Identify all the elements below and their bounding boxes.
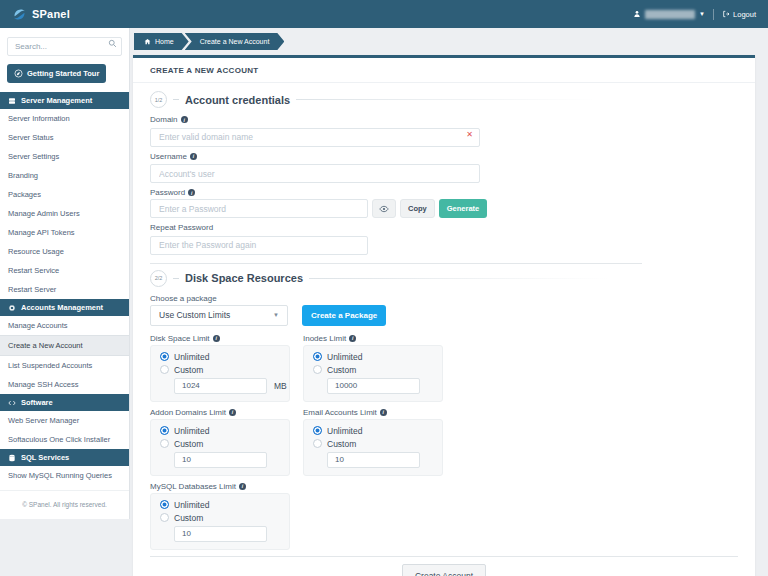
- create-account-button[interactable]: Create Account: [402, 564, 486, 576]
- sidebar-item-manage-api-tokens[interactable]: Manage API Tokens: [0, 223, 129, 242]
- limit-box-disk-space: Disk Space Limit i Unlimited Custom: [150, 334, 290, 402]
- eye-icon: [379, 204, 389, 214]
- radio-unlimited[interactable]: Unlimited: [313, 426, 433, 436]
- package-row: Use Custom Limits ▼ Create a Package: [150, 305, 738, 326]
- spanel-logo-icon: [12, 7, 27, 22]
- section-disk-space-head: 2/2 Disk Space Resources: [150, 270, 738, 287]
- info-icon[interactable]: i: [239, 483, 246, 490]
- show-password-button[interactable]: [372, 199, 396, 218]
- create-package-button[interactable]: Create a Package: [302, 305, 386, 326]
- sidebar-item-restart-server[interactable]: Restart Server: [0, 280, 129, 299]
- sidebar-header-label: SQL Services: [21, 453, 69, 462]
- password-input[interactable]: [150, 199, 368, 218]
- radio-icon: [160, 352, 169, 361]
- breadcrumb-current[interactable]: Create a New Account: [185, 33, 285, 50]
- search-input[interactable]: [7, 37, 122, 56]
- sidebar-item-list-suspended-accounts[interactable]: List Suspended Accounts: [0, 356, 129, 375]
- sidebar-search: [7, 35, 122, 56]
- radio-icon: [313, 365, 322, 374]
- username-field: Username i: [150, 152, 480, 184]
- username-input[interactable]: [150, 164, 480, 183]
- radio-custom[interactable]: Custom: [313, 365, 433, 375]
- radio-custom[interactable]: Custom: [160, 513, 280, 523]
- info-icon[interactable]: i: [349, 335, 356, 342]
- limits-row-1: Disk Space Limit i Unlimited Custom: [150, 334, 738, 402]
- sidebar-header-label: Software: [21, 398, 53, 407]
- sidebar-item-resource-usage[interactable]: Resource Usage: [0, 242, 129, 261]
- sidebar-item-server-information[interactable]: Server Information: [0, 109, 129, 128]
- domain-input[interactable]: [150, 128, 480, 147]
- radio-unlimited[interactable]: Unlimited: [160, 352, 280, 362]
- info-icon[interactable]: i: [190, 153, 197, 160]
- unit-label: MB: [274, 381, 287, 391]
- sidebar-item-server-status[interactable]: Server Status: [0, 128, 129, 147]
- limit-value-input[interactable]: [174, 526, 267, 542]
- domain-label: Domain: [150, 115, 178, 124]
- limit-value-input[interactable]: [174, 452, 267, 468]
- limit-value-input[interactable]: [327, 378, 420, 394]
- sidebar-header-sql-services[interactable]: SQL Services: [0, 449, 129, 466]
- getting-started-tour-button[interactable]: Getting Started Tour: [7, 64, 106, 83]
- limits-row-2: Addon Domains Limit i Unlimited Custom: [150, 408, 738, 476]
- password-label-row: Password i: [150, 188, 480, 197]
- sidebar-item-packages[interactable]: Packages: [0, 185, 129, 204]
- info-icon[interactable]: i: [181, 116, 188, 123]
- step-badge: 2/2: [150, 270, 167, 287]
- sidebar-item-manage-admin-users[interactable]: Manage Admin Users: [0, 204, 129, 223]
- limit-value-input[interactable]: [327, 452, 420, 468]
- sidebar-item-manage-accounts[interactable]: Manage Accounts: [0, 316, 129, 335]
- copy-password-button[interactable]: Copy: [400, 199, 435, 218]
- limits-row-3: MySQL Databases Limit i Unlimited Custom: [150, 482, 738, 550]
- user-menu[interactable]: ▼: [633, 10, 705, 19]
- breadcrumb-home-label: Home: [155, 38, 174, 45]
- repeat-password-input[interactable]: [150, 236, 368, 255]
- limit-box-addon-domains: Addon Domains Limit i Unlimited Custom: [150, 408, 290, 476]
- user-icon: [633, 10, 641, 18]
- repeat-password-field: Repeat Password: [150, 223, 480, 255]
- limit-label: Addon Domains Limit: [150, 408, 226, 417]
- search-icon: [108, 39, 117, 48]
- info-icon[interactable]: i: [213, 335, 220, 342]
- radio-custom[interactable]: Custom: [160, 439, 280, 449]
- radio-icon: [313, 426, 322, 435]
- breadcrumb-home[interactable]: Home: [134, 33, 189, 50]
- brand-logo[interactable]: SPanel: [12, 7, 70, 22]
- info-icon[interactable]: i: [380, 409, 387, 416]
- domain-label-row: Domain i: [150, 115, 480, 124]
- sidebar-item-manage-ssh-access[interactable]: Manage SSH Access: [0, 375, 129, 394]
- sidebar-item-branding[interactable]: Branding: [0, 166, 129, 185]
- sidebar-item-web-server-manager[interactable]: Web Server Manager: [0, 411, 129, 430]
- info-icon[interactable]: i: [188, 189, 195, 196]
- user-area: ▼ Logout: [633, 9, 756, 20]
- chevron-down-icon: ▼: [273, 312, 279, 318]
- sidebar-item-create-a-new-account[interactable]: Create a New Account: [0, 335, 129, 356]
- sidebar-item-show-mysql-running-queries[interactable]: Show MySQL Running Queries: [0, 466, 129, 485]
- sidebar-section-server-management: Server Management Server Information Ser…: [0, 92, 129, 299]
- radio-icon: [160, 426, 169, 435]
- section-divider: [150, 263, 642, 264]
- sidebar-item-server-settings[interactable]: Server Settings: [0, 147, 129, 166]
- sidebar: Getting Started Tour Server Management S…: [0, 28, 130, 519]
- domain-field: Domain i ✕: [150, 115, 480, 147]
- radio-unlimited[interactable]: Unlimited: [160, 426, 280, 436]
- radio-custom[interactable]: Custom: [160, 365, 280, 375]
- topbar: SPanel ▼ Logout: [0, 0, 768, 28]
- sidebar-item-softaculous-one-click-installer[interactable]: Softaculous One Click Installer: [0, 430, 129, 449]
- sidebar-section-software: Software Web Server Manager Softaculous …: [0, 394, 129, 449]
- step-badge: 1/2: [150, 91, 167, 108]
- package-select[interactable]: Use Custom Limits ▼: [150, 305, 288, 326]
- radio-unlimited[interactable]: Unlimited: [160, 500, 280, 510]
- username-redacted: [645, 10, 695, 19]
- logout-button[interactable]: Logout: [722, 10, 756, 19]
- sidebar-item-restart-service[interactable]: Restart Service: [0, 261, 129, 280]
- info-icon[interactable]: i: [229, 409, 236, 416]
- radio-unlimited[interactable]: Unlimited: [313, 352, 433, 362]
- limit-value-input[interactable]: [174, 378, 267, 394]
- limit-box-mysql-databases: MySQL Databases Limit i Unlimited Custom: [150, 482, 290, 550]
- sidebar-header-server-management[interactable]: Server Management: [0, 92, 129, 109]
- sidebar-header-software[interactable]: Software: [0, 394, 129, 411]
- radio-custom[interactable]: Custom: [313, 439, 433, 449]
- generate-password-button[interactable]: Generate: [439, 199, 488, 218]
- sidebar-header-accounts-management[interactable]: Accounts Management: [0, 299, 129, 316]
- radio-icon: [160, 500, 169, 509]
